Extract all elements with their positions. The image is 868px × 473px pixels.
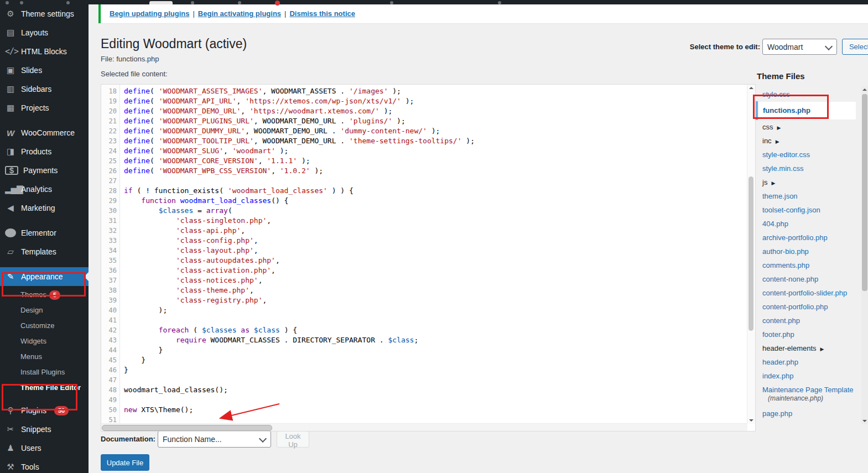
submenu-item-themes[interactable]: Themes5 [0,287,89,303]
code-line[interactable]: 22define( 'WOODMART_DUMMY_URL', WOODMART… [101,126,747,136]
code-line[interactable]: 49 [101,395,747,405]
sidebar-item-templates[interactable]: ▱Templates [0,242,89,261]
submenu-item-customize[interactable]: Customize [0,318,89,334]
sidebar-item-payments[interactable]: $Payments [0,161,89,180]
sidebar-item-snippets[interactable]: ✂Snippets [0,420,89,439]
code-line[interactable]: 27 [101,176,747,186]
select-theme-button[interactable]: Select [842,39,868,55]
theme-file-style-min-css[interactable]: style.min.css [762,162,861,175]
submenu-item-widgets[interactable]: Widgets [0,334,89,349]
sidebar-item-projects[interactable]: ▦Projects [0,98,89,117]
sidebar-item-woocommerce[interactable]: WWooCommerce [0,123,89,142]
sidebar-item-marketing[interactable]: ◀Marketing [0,199,89,217]
code-line[interactable]: 30 $classes = array( [101,206,747,216]
theme-file-theme-json[interactable]: theme.json [762,189,861,203]
look-up-button[interactable]: Look Up [277,431,309,448]
editor-vscroll-thumb[interactable] [749,176,753,331]
theme-file-page-php[interactable]: page.php [762,407,861,420]
code-line[interactable]: 41 [101,315,747,325]
code-line[interactable]: 48woodmart_load_classes(); [101,385,747,395]
sidebar-item-theme-settings[interactable]: ⚙Theme settings [0,4,89,23]
theme-file-404-php[interactable]: 404.php [762,217,861,231]
theme-file-functions-php[interactable]: functions.php [756,101,856,120]
documentation-select-control[interactable]: Function Name... [158,432,271,447]
sidebar-item-plugins[interactable]: ⚲Plugins50 [0,401,89,420]
sidebar-item-html-blocks[interactable]: </>HTML Blocks [0,42,89,61]
theme-file-content-php[interactable]: content.php [762,314,861,328]
begin-updating-plugins-link[interactable]: Begin updating plugins [110,9,189,18]
theme-select-control[interactable]: Woodmart [763,39,836,54]
editor-hscroll-thumb[interactable] [102,425,272,431]
code-line[interactable]: 23define( 'WOODMART_TOOLTIP_URL', WOODMA… [101,136,747,146]
code-line[interactable]: 33 'class-config.php', [101,236,747,246]
code-line[interactable]: 43 require WOODMART_CLASSES . DIRECTORY_… [101,335,747,345]
page-scrollbar[interactable] [861,86,868,424]
code-line[interactable]: 29 function woodmart_load_classes() { [101,196,747,206]
submenu-item-install-plugins[interactable]: Install Plugins [0,365,89,380]
theme-file-content-none-php[interactable]: content-none.php [762,272,861,286]
theme-folder-js[interactable]: js▶ [762,175,861,189]
code-line[interactable]: 25define( 'WOODMART_CORE_VERSION', '1.1.… [101,156,747,166]
scroll-up-icon[interactable] [749,87,753,89]
code-line[interactable]: 31 'class-singleton.php', [101,216,747,226]
code-line[interactable]: 42 foreach ( $classes as $class ) { [101,325,747,335]
theme-file-archive-portfolio-php[interactable]: archive-portfolio.php [762,231,861,245]
sidebar-item-slides[interactable]: ▣Slides [0,61,89,80]
begin-activating-plugins-link[interactable]: Begin activating plugins [198,9,281,18]
editor-vertical-scrollbar[interactable] [747,85,755,424]
submenu-item-design[interactable]: Design [0,303,89,318]
code-line[interactable]: 38 'class-theme.php', [101,285,747,295]
code-line[interactable]: 44 } [101,345,747,355]
theme-file-author-bio-php[interactable]: author-bio.php [762,245,861,258]
code-line[interactable]: 47 [101,375,747,385]
code-line[interactable]: 26define( 'WOODMART_WPB_CSS_VERSION', '1… [101,166,747,176]
scroll-down-icon[interactable] [862,420,867,422]
theme-file-footer-php[interactable]: footer.php [762,328,861,341]
sidebar-item-layouts[interactable]: ▤Layouts [0,23,89,42]
code-editor[interactable]: 18define( 'WOODMART_ASSETS_IMAGES', WOOD… [101,84,756,432]
code-line[interactable]: 40 ); [101,305,747,315]
update-file-button[interactable]: Update File [101,454,149,471]
editor-horizontal-scrollbar[interactable] [101,423,747,431]
code-lines[interactable]: 18define( 'WOODMART_ASSETS_IMAGES', WOOD… [101,86,747,423]
code-line[interactable]: 32 'class-api.php', [101,226,747,236]
theme-file-toolset-config-json[interactable]: toolset-config.json [762,203,861,217]
code-line[interactable]: 19define( 'WOODMART_API_URL', 'https://x… [101,96,747,106]
code-line[interactable]: 20define( 'WOODMART_DEMO_URL', 'https://… [101,106,747,116]
code-line[interactable]: 35 'class-autoupdates.php', [101,256,747,266]
code-line[interactable]: 28if ( ! function_exists( 'woodmart_load… [101,186,747,196]
submenu-item-theme-file-editor[interactable]: Theme File Editor [0,380,89,396]
theme-file-content-portfolio-php[interactable]: content-portfolio.php [762,300,861,314]
sidebar-item-products[interactable]: ◨Products [0,142,89,161]
code-line[interactable]: 39 'class-registry.php', [101,295,747,305]
dismiss-notice-link[interactable]: Dismiss this notice [289,9,355,18]
theme-file-index-php[interactable]: index.php [762,369,861,383]
code-line[interactable]: 36 'class-activation.php', [101,266,747,276]
documentation-select[interactable]: Function Name... [158,431,271,448]
theme-file-header-php[interactable]: header.php [762,355,861,369]
theme-folder-css[interactable]: css▶ [762,120,861,134]
page-scroll-thumb[interactable] [862,94,867,291]
theme-file-comments-php[interactable]: comments.php [762,258,861,272]
submenu-item-menus[interactable]: Menus [0,349,89,365]
code-line[interactable]: 18define( 'WOODMART_ASSETS_IMAGES', WOOD… [101,86,747,96]
code-line[interactable]: 21define( 'WOODMART_PLUGINS_URL', WOODMA… [101,116,747,126]
code-line[interactable]: 34 'class-layout.php', [101,246,747,256]
theme-file-maintenance-page-template[interactable]: Maintenance Page Template(maintenance.ph… [762,383,861,407]
code-line[interactable]: 51 [101,415,747,423]
sidebar-item-appearance[interactable]: ✎Appearance [0,267,89,286]
sidebar-item-analytics[interactable]: ▂▅▇Analytics [0,180,89,199]
sidebar-item-elementor[interactable]: EElementor [0,223,89,242]
theme-folder-header-elements[interactable]: header-elements▶ [762,341,861,355]
scroll-up-icon[interactable] [862,89,867,91]
sidebar-item-tools[interactable]: ⚒Tools [0,458,89,473]
sidebar-item-users[interactable]: ♟Users [0,439,89,458]
code-line[interactable]: 46} [101,365,747,375]
theme-folder-inc[interactable]: inc▶ [762,134,861,148]
theme-file-style-editor-css[interactable]: style-editor.css [762,148,861,162]
code-line[interactable]: 24define( 'WOODMART_SLUG', 'woodmart' ); [101,146,747,156]
code-line[interactable]: 45 } [101,355,747,365]
sidebar-item-sidebars[interactable]: ▥Sidebars [0,80,89,98]
theme-file-style-css[interactable]: style.css [762,87,861,101]
theme-select[interactable]: Woodmart [762,39,837,55]
